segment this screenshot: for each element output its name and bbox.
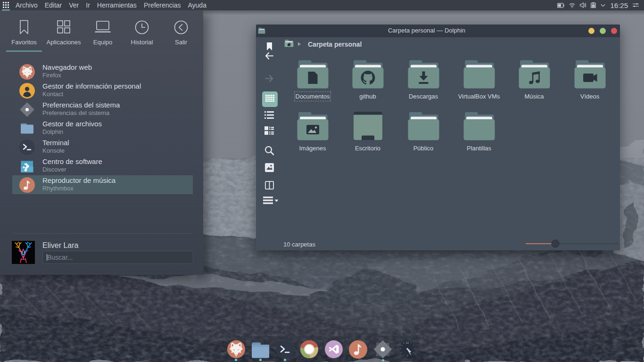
svg-text:12: 12: [406, 341, 409, 344]
svg-text:10: 10: [400, 344, 403, 346]
